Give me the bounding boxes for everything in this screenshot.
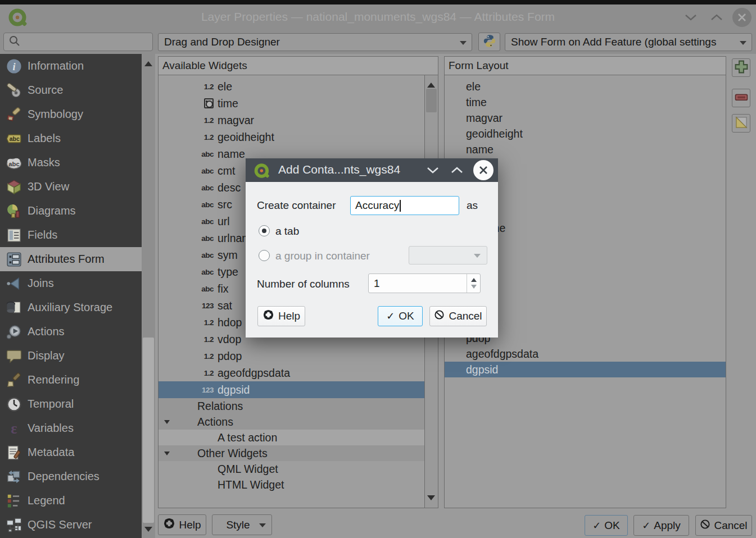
widget-row[interactable]: 1.2 ageofdgpsdata [159, 364, 424, 381]
python-init-button[interactable] [478, 33, 500, 51]
sidebar-item-rendering[interactable]: Rendering [0, 368, 142, 392]
scrollbar-thumb[interactable] [143, 338, 154, 523]
widget-row[interactable]: Actions [159, 414, 424, 430]
layer-properties-window: Layer Properties — national_monuments_wg… [0, 0, 756, 538]
search-input[interactable] [3, 33, 153, 51]
sidebar-item-3d-view[interactable]: 3D View [0, 175, 142, 199]
sidebar-item-actions[interactable]: Actions [0, 320, 142, 344]
widget-row[interactable]: 1.2 ele [159, 78, 424, 95]
sidebar-item-metadata[interactable]: Metadata [0, 440, 142, 464]
scroll-up-icon[interactable] [144, 57, 152, 66]
sidebar-item-attributes-form[interactable]: Attributes Form [0, 247, 142, 271]
form-open-behavior-select[interactable]: Show Form on Add Feature (global setting… [505, 33, 752, 51]
widget-label: geoidheight [218, 131, 274, 144]
dialog-maximize-icon[interactable] [450, 165, 464, 176]
sidebar-item-source[interactable]: Source [0, 78, 142, 102]
attributes-form-icon [6, 251, 22, 268]
display-icon [6, 348, 22, 364]
spin-up-icon[interactable] [471, 275, 477, 282]
sidebar-scrollbar[interactable] [142, 54, 155, 538]
dialog-ok-button[interactable]: ✓ OK [378, 306, 423, 326]
widget-row[interactable]: HTML Widget [159, 477, 424, 493]
window-maximize-icon[interactable] [707, 8, 726, 27]
form-layout-label: magvar [466, 112, 503, 125]
window-shade-icon[interactable] [681, 8, 700, 27]
widget-row[interactable]: A test action [159, 430, 424, 445]
radio-a-tab[interactable] [259, 225, 270, 236]
sidebar-item-labels[interactable]: abc Labels [0, 126, 142, 151]
parent-container-select[interactable] [409, 246, 487, 265]
scroll-down-icon[interactable] [427, 495, 435, 504]
widget-row[interactable]: 1.2 geoidheight [159, 129, 424, 145]
radio-group-label: a group in container [275, 250, 370, 262]
widget-row[interactable]: Other Widgets [159, 445, 424, 461]
widget-label: Other Widgets [197, 447, 268, 460]
widget-row[interactable]: 1.2 pdop [159, 348, 424, 364]
cancel-button[interactable]: Cancel [695, 515, 752, 536]
widget-row[interactable]: 1.2 magvar [159, 112, 424, 129]
dialog-shade-icon[interactable] [425, 165, 440, 176]
sidebar-item-temporal[interactable]: Temporal [0, 392, 142, 416]
scrollbar-thumb[interactable] [426, 89, 437, 112]
remove-widget-button[interactable] [732, 89, 750, 107]
form-layout-label: geoidheight [466, 127, 523, 140]
svg-text:ε: ε [11, 421, 17, 436]
form-layout-row[interactable]: time [445, 94, 726, 110]
scroll-up-icon[interactable] [427, 79, 435, 88]
form-layout-row[interactable]: dgpsid [445, 362, 726, 377]
sidebar-item-joins[interactable]: Joins [0, 271, 142, 295]
text-caret [400, 200, 401, 212]
radio-selected-dot [262, 229, 266, 233]
sidebar-item-legend[interactable]: Legend [0, 489, 142, 513]
sidebar-item-masks[interactable]: abc Masks [0, 151, 142, 175]
widget-row[interactable]: QML Widget [159, 461, 424, 477]
form-layout-row[interactable]: geoidheight [445, 126, 726, 142]
sidebar-item-variables[interactable]: ε Variables [0, 416, 142, 440]
sidebar-item-display[interactable]: Display [0, 344, 142, 368]
auxiliary-storage-icon [6, 299, 22, 316]
spinner-buttons[interactable] [467, 274, 480, 293]
dialog-help-button[interactable]: Help [257, 306, 305, 326]
window-close-icon[interactable] [732, 8, 752, 27]
widget-label: sym [218, 249, 238, 262]
check-icon: ✓ [642, 519, 650, 532]
spin-down-icon[interactable] [471, 285, 477, 291]
form-layout-row[interactable]: magvar [445, 110, 726, 126]
radio-group-in-container[interactable] [259, 250, 270, 261]
diagrams-icon [6, 203, 22, 220]
ok-button[interactable]: ✓ OK [585, 515, 628, 536]
symbology-icon [6, 106, 22, 123]
sidebar-item-dependencies[interactable]: Dependencies [0, 464, 142, 489]
add-container-button[interactable] [732, 58, 750, 77]
invert-selection-button[interactable] [732, 114, 750, 133]
rendering-icon [6, 372, 22, 389]
form-layout-row[interactable]: ele [445, 79, 726, 94]
sidebar-item-information[interactable]: i Information [0, 54, 142, 78]
field-type-icon: 1.2 [198, 318, 214, 327]
sidebar-item-diagrams[interactable]: Diagrams [0, 199, 142, 223]
sidebar-item-auxiliary-storage[interactable]: Auxiliary Storage [0, 295, 142, 320]
help-button[interactable]: Help [158, 514, 206, 535]
sidebar-item-qgis-server[interactable]: QGIS Server [0, 513, 142, 537]
apply-button[interactable]: ✓ Apply [633, 515, 689, 536]
form-layout-row[interactable]: ageofdgpsdata [445, 346, 726, 362]
container-name-input[interactable]: Accuracy [350, 196, 459, 215]
widget-label: desc [218, 181, 241, 194]
dialog-titlebar[interactable]: Add Conta...nts_wgs84 [246, 158, 498, 182]
style-menu-button[interactable]: Style [212, 514, 272, 535]
form-layout-row[interactable]: name [445, 142, 726, 157]
columns-spinner[interactable]: 1 [368, 273, 481, 293]
dialog-cancel-button[interactable]: Cancel [429, 306, 487, 326]
sidebar-item-symbology[interactable]: Symbology [0, 102, 142, 126]
chevron-down-icon [474, 254, 481, 261]
green-plus-icon [734, 60, 749, 76]
scroll-down-icon[interactable] [144, 527, 152, 536]
editor-layout-select[interactable]: Drag and Drop Designer [158, 33, 472, 51]
fields-icon [6, 227, 22, 244]
widget-row[interactable]: time [159, 95, 424, 112]
field-type-icon: abc [198, 285, 214, 293]
widget-row[interactable]: Relations [159, 398, 424, 414]
sidebar-item-fields[interactable]: Fields [0, 223, 142, 247]
widget-row[interactable]: 123 dgpsid [159, 381, 424, 398]
dialog-close-icon[interactable] [473, 160, 494, 180]
